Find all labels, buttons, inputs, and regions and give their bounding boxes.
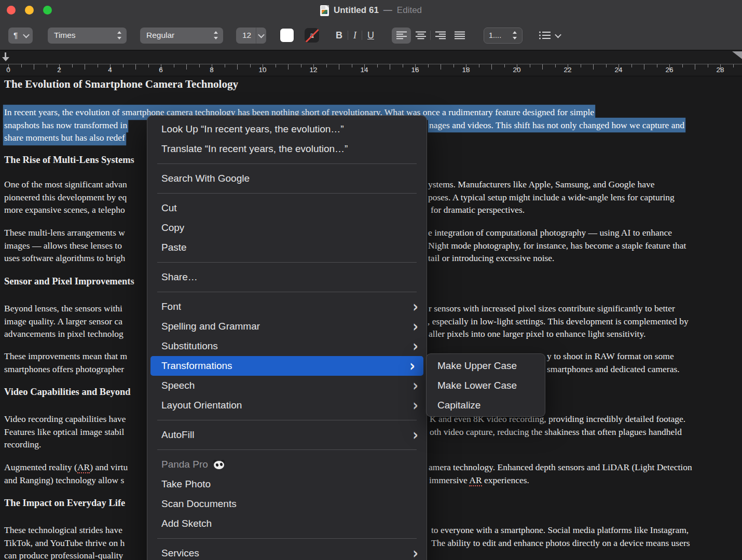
chevron-right-icon: › (413, 425, 418, 445)
text-fragment: These technological strides have (4, 525, 122, 535)
submenu-item-label: Make Lower Case (437, 380, 517, 391)
menu-item-font[interactable]: Font› (147, 297, 427, 317)
text-fragment: more expansive scenes, a telepho (4, 204, 125, 215)
text-fragment: Video Capabilities and Beyond (4, 387, 130, 397)
misspelled-word: AR (469, 475, 482, 486)
text-fragment: , especially in low-light settings. This… (428, 316, 689, 326)
text-fragment: nages and videos. This shift has not onl… (429, 120, 684, 130)
menu-item-copy[interactable]: Copy (147, 218, 427, 238)
text-run: amera technology. Enhanced depth sensors… (429, 461, 692, 474)
menu-item-look-up-in-recent-years-the-evolution[interactable]: Look Up “In recent years, the evolution…… (147, 119, 427, 139)
text-run: These improvements mean that m (4, 350, 127, 363)
chevron-right-icon: › (413, 375, 418, 395)
menu-item-search-with-google[interactable]: Search With Google (147, 169, 427, 188)
text-run: These technological strides have (4, 524, 122, 537)
text-run: ystems. Manufacturers like Apple, Samsun… (428, 178, 654, 191)
text-run: uses software algorithms to brigh (4, 252, 125, 265)
text-fragment: and Ranging) technology allow s (4, 475, 124, 485)
text-fragment: smartphones and dedicated cameras. (547, 364, 680, 374)
text-run: The Evolution of Smartphone Camera Techn… (4, 78, 238, 91)
selected-text-run: nages and videos. This shift has not onl… (429, 119, 684, 132)
menu-item-add-sketch[interactable]: Add Sketch (147, 514, 427, 534)
selected-text-run: share moments but has also redef (4, 131, 125, 144)
text-run: One of the most significant advan (4, 178, 127, 191)
submenu-item-label: Make Upper Case (437, 360, 517, 372)
text-fragment: experiences. (482, 475, 529, 485)
context-menu: Look Up “In recent years, the evolution…… (147, 115, 427, 560)
menu-item-label: Transformations (161, 360, 232, 372)
submenu-item-capitalize[interactable]: Capitalize (427, 395, 545, 415)
text-run: smartphones and dedicated cameras. (547, 363, 680, 376)
submenu-item-make-lower-case[interactable]: Make Lower Case (427, 376, 545, 395)
menu-item-services[interactable]: Services› (147, 543, 427, 560)
text-fragment: to everyone with a smartphone. Social me… (431, 525, 689, 535)
text-fragment: r sensors with increased pixel sizes con… (429, 303, 675, 313)
menu-item-paste[interactable]: Paste (147, 238, 427, 257)
menu-separator (157, 292, 417, 292)
text-run: to everyone with a smartphone. Social me… (431, 524, 689, 537)
text-run: The Impact on Everyday Life (4, 497, 125, 510)
text-run: advancements in pixel technolog (4, 327, 123, 340)
menu-item-label: Layout Orientation (161, 400, 242, 411)
text-fragment: TikTok, and YouTube thrive on h (4, 538, 125, 548)
menu-separator (157, 449, 417, 450)
text-run: Beyond lenses, the sensors withi (4, 302, 122, 315)
text-fragment: immersive (429, 475, 469, 485)
submenu-item-make-upper-case[interactable]: Make Upper Case (427, 356, 545, 376)
menu-item-label: Share… (161, 271, 198, 283)
misspelled-word: AR (77, 462, 90, 473)
menu-item-scan-documents[interactable]: Scan Documents (147, 494, 427, 514)
text-fragment: The ability to edit and enhance photos d… (431, 538, 690, 548)
text-run: Augmented reality (AR) and virtu (4, 461, 128, 474)
text-run: TikTok, and YouTube thrive on h (4, 537, 125, 550)
menu-item-translate-in-recent-years-the-evolution[interactable]: Translate “In recent years, the evolutio… (147, 139, 427, 159)
menu-separator (157, 262, 417, 263)
text-run: oth video capture, reducing the shakines… (430, 426, 682, 439)
menu-item-cut[interactable]: Cut (147, 198, 427, 218)
menu-item-label: Spelling and Grammar (161, 321, 260, 332)
text-run: e integration of computational photograp… (428, 226, 672, 239)
text-fragment: smartphones offers photographer (4, 364, 124, 374)
text-run: Night mode photography, for instance, ha… (428, 239, 686, 252)
menu-item-autofill[interactable]: AutoFill› (147, 425, 427, 445)
text-fragment: Sensor and Pixel Improvements (4, 276, 134, 286)
menu-item-label: Translate “In recent years, the evolutio… (161, 143, 348, 155)
text-run: tail or introducing excessive noise. (428, 252, 554, 265)
menu-item-label: Font (161, 301, 181, 312)
menu-item-label: Scan Documents (161, 498, 237, 510)
transformations-submenu: Make Upper CaseMake Lower CaseCapitalize (426, 353, 545, 417)
text-fragment: amera technology. Enhanced depth sensors… (429, 462, 692, 472)
text-fragment: for dramatic perspectives. (431, 204, 525, 215)
menu-item-take-photo[interactable]: Take Photo (147, 474, 427, 494)
chevron-right-icon: › (409, 356, 415, 376)
menu-item-label: Take Photo (161, 479, 211, 490)
text-fragment: recording. (4, 439, 41, 449)
text-run: Sensor and Pixel Improvements (4, 275, 134, 288)
menu-separator (157, 163, 417, 164)
menu-item-label: Paste (161, 242, 187, 253)
text-run: Video Capabilities and Beyond (4, 386, 130, 399)
text-run: These multi-lens arrangements w (4, 226, 125, 239)
menu-item-spelling-and-grammar[interactable]: Spelling and Grammar› (147, 317, 427, 336)
menu-item-transformations[interactable]: Transformations› (150, 356, 423, 376)
menu-item-layout-orientation[interactable]: Layout Orientation› (147, 395, 427, 415)
text-run: smartphones offers photographer (4, 363, 124, 376)
text-fragment: image quality. A larger sensor ca (4, 316, 122, 326)
text-fragment: The Rise of Multi-Lens Systems (4, 155, 134, 165)
menu-item-speech[interactable]: Speech› (147, 376, 427, 395)
panda-icon (213, 459, 225, 470)
menu-item-substitutions[interactable]: Substitutions› (147, 336, 427, 356)
text-run: can produce professional-quality (4, 549, 123, 560)
text-run: The ability to edit and enhance photos d… (431, 537, 690, 550)
text-fragment: The Evolution of Smartphone Camera Techn… (4, 78, 238, 90)
menu-item-panda-pro: Panda Pro (147, 455, 427, 474)
text-run: , especially in low-light settings. This… (428, 315, 689, 328)
text-fragment: One of the most significant advan (4, 179, 127, 189)
text-fragment: e integration of computational photograp… (428, 227, 672, 238)
menu-item-share[interactable]: Share… (147, 267, 427, 287)
chevron-right-icon: › (413, 543, 418, 560)
text-run: r sensors with increased pixel sizes con… (429, 302, 675, 315)
text-fragment: images — allows these lenses to (4, 240, 122, 251)
text-fragment: poses. A typical setup might include a w… (428, 192, 675, 202)
textedit-window: { "window": { "title": "Untitled 61", "s… (0, 0, 742, 560)
